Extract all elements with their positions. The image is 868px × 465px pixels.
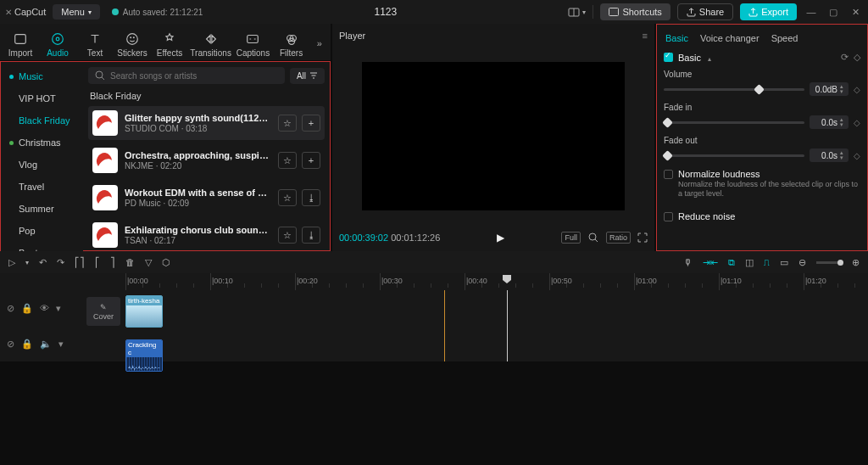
magnet-icon[interactable]: ⎍ bbox=[764, 257, 770, 267]
shortcuts-button[interactable]: Shortcuts bbox=[600, 3, 670, 20]
prop-tab-basic[interactable]: Basic bbox=[665, 33, 688, 43]
zoom-icon[interactable] bbox=[587, 232, 599, 244]
cat-viphot[interactable]: VIP HOT bbox=[1, 87, 83, 109]
window-minimize[interactable]: — bbox=[804, 7, 819, 17]
fadeout-slider[interactable] bbox=[664, 154, 804, 157]
search-icon bbox=[95, 70, 105, 81]
volume-value[interactable]: 0.0dB▴▾ bbox=[810, 82, 849, 96]
lane-toggle-icon[interactable]: ⊘ bbox=[7, 303, 14, 314]
cat-christmas[interactable]: Christmas bbox=[1, 132, 83, 154]
snap-icon[interactable]: ⇥⇤ bbox=[703, 257, 718, 268]
tab-stickers[interactable]: Stickers bbox=[115, 29, 149, 58]
fullscreen-icon[interactable] bbox=[637, 232, 648, 243]
download-button[interactable]: ⭳ bbox=[302, 227, 320, 244]
mic-icon[interactable]: 🎙 bbox=[683, 257, 693, 267]
cat-travel[interactable]: Travel bbox=[1, 176, 83, 198]
cat-beats[interactable]: Beats bbox=[1, 242, 83, 251]
keyframe-icon[interactable]: ◇ bbox=[854, 85, 860, 94]
lane-lock-icon[interactable]: 🔒 bbox=[21, 303, 33, 314]
volume-slider[interactable] bbox=[664, 88, 804, 91]
full-toggle[interactable]: Full bbox=[561, 232, 581, 244]
fav-button[interactable]: ☆ bbox=[278, 115, 297, 132]
window-close[interactable]: ✕ bbox=[848, 7, 863, 18]
link-icon[interactable]: ⧉ bbox=[728, 257, 735, 268]
svg-rect-9 bbox=[248, 35, 259, 42]
app-logo: CapCut bbox=[5, 7, 46, 17]
lane-eye-icon[interactable]: 👁 bbox=[40, 303, 49, 313]
reduce-noise-checkbox[interactable] bbox=[664, 212, 673, 221]
ratio-toggle[interactable]: Ratio bbox=[606, 232, 631, 244]
lane-toggle-icon[interactable]: ⊘ bbox=[7, 339, 14, 350]
redo-icon[interactable]: ↷ bbox=[57, 257, 64, 268]
split-left-icon[interactable]: ⎡ bbox=[95, 257, 100, 268]
delete-icon[interactable]: 🗑 bbox=[125, 257, 135, 267]
filter-all[interactable]: All bbox=[290, 68, 325, 84]
zoom-out-icon[interactable]: ⊖ bbox=[798, 257, 806, 268]
timeline-ruler[interactable]: |00:00|00:10|00:20|00:30|00:40|00:50|01:… bbox=[0, 273, 868, 290]
cat-summer[interactable]: Summer bbox=[1, 198, 83, 220]
keyframe-icon[interactable]: ◇ bbox=[854, 118, 860, 127]
tab-audio[interactable]: Audio bbox=[41, 29, 75, 58]
split-right-icon[interactable]: ⎤ bbox=[110, 257, 115, 268]
track-row[interactable]: Glitter happy synth sound(112170)STUDIO … bbox=[88, 106, 325, 140]
fadeout-value[interactable]: 0.0s▴▾ bbox=[810, 148, 849, 162]
prop-tab-voice[interactable]: Voice changer bbox=[700, 33, 760, 43]
player-menu-icon[interactable]: ≡ bbox=[643, 31, 648, 41]
zoom-slider[interactable] bbox=[816, 261, 842, 264]
fadein-value[interactable]: 0.0s▴▾ bbox=[810, 115, 849, 129]
reset-icon[interactable]: ⟳ bbox=[841, 52, 849, 63]
audio-clip[interactable]: Crackling c bbox=[125, 339, 163, 372]
window-maximize[interactable]: ▢ bbox=[826, 7, 841, 18]
cat-music[interactable]: Music bbox=[1, 65, 83, 87]
basic-check-icon[interactable] bbox=[664, 53, 673, 62]
export-button[interactable]: Export bbox=[740, 3, 797, 20]
select-tool-icon[interactable]: ▷ bbox=[8, 257, 15, 268]
add-button[interactable]: + bbox=[302, 115, 320, 132]
normalize-checkbox[interactable] bbox=[664, 170, 673, 179]
cursor-line bbox=[444, 290, 445, 361]
fav-button[interactable]: ☆ bbox=[278, 189, 297, 206]
marker-icon[interactable]: ▽ bbox=[145, 257, 152, 268]
keyframe-icon[interactable]: ◇ bbox=[854, 151, 860, 160]
shield-icon[interactable]: ⬡ bbox=[162, 257, 170, 268]
download-button[interactable]: ⭳ bbox=[302, 189, 320, 206]
cat-vlog[interactable]: Vlog bbox=[1, 154, 83, 176]
tab-import[interactable]: Import bbox=[3, 29, 37, 58]
tabs-more[interactable]: » bbox=[312, 38, 327, 48]
fav-button[interactable]: ☆ bbox=[278, 152, 297, 169]
player-viewport[interactable] bbox=[362, 62, 625, 210]
track-row[interactable]: Exhilarating chorus club sound CM imag..… bbox=[88, 218, 325, 251]
video-clip[interactable]: tirth-kesha bbox=[125, 295, 163, 328]
lane-lock-icon[interactable]: 🔒 bbox=[21, 339, 33, 350]
lane-mute-icon[interactable]: 🔈 bbox=[40, 339, 52, 350]
track-row[interactable]: Orchestra, approaching, suspicious, esca… bbox=[88, 143, 325, 177]
tab-filters[interactable]: Filters bbox=[275, 29, 309, 58]
tab-effects[interactable]: Effects bbox=[153, 29, 186, 58]
tab-transitions[interactable]: Transitions bbox=[190, 29, 231, 58]
cat-black-friday[interactable]: Black Friday bbox=[1, 109, 83, 132]
keyframe-icon[interactable]: ◇ bbox=[854, 52, 860, 63]
share-button[interactable]: Share bbox=[677, 3, 733, 20]
search-input-wrap[interactable] bbox=[88, 67, 285, 84]
fav-button[interactable]: ☆ bbox=[278, 227, 297, 244]
zoom-in-icon[interactable]: ⊕ bbox=[852, 257, 860, 268]
menu-button[interactable]: Menu bbox=[53, 4, 100, 20]
add-button[interactable]: + bbox=[302, 152, 320, 169]
undo-icon[interactable]: ↶ bbox=[39, 257, 47, 268]
split-icon[interactable]: ⎡⎤ bbox=[75, 257, 85, 268]
fadein-slider[interactable] bbox=[664, 121, 804, 124]
layout-toggle[interactable] bbox=[568, 8, 586, 17]
play-button[interactable]: ▶ bbox=[448, 232, 553, 244]
playhead-handle[interactable] bbox=[503, 275, 511, 283]
cat-pop[interactable]: Pop bbox=[1, 220, 83, 242]
tab-captions[interactable]: Captions bbox=[235, 29, 270, 58]
tab-text[interactable]: Text bbox=[78, 29, 112, 58]
fadein-label: Fade in bbox=[664, 103, 860, 112]
search-input[interactable] bbox=[110, 71, 278, 81]
prop-tab-speed[interactable]: Speed bbox=[771, 33, 798, 43]
cover-button[interactable]: ✎Cover bbox=[86, 297, 120, 326]
playhead-line[interactable] bbox=[507, 290, 508, 361]
track-icon[interactable]: ◫ bbox=[745, 257, 754, 268]
preview-icon[interactable]: ▭ bbox=[780, 257, 788, 268]
track-row[interactable]: Workout EDM with a sense of speed(101...… bbox=[88, 181, 325, 215]
